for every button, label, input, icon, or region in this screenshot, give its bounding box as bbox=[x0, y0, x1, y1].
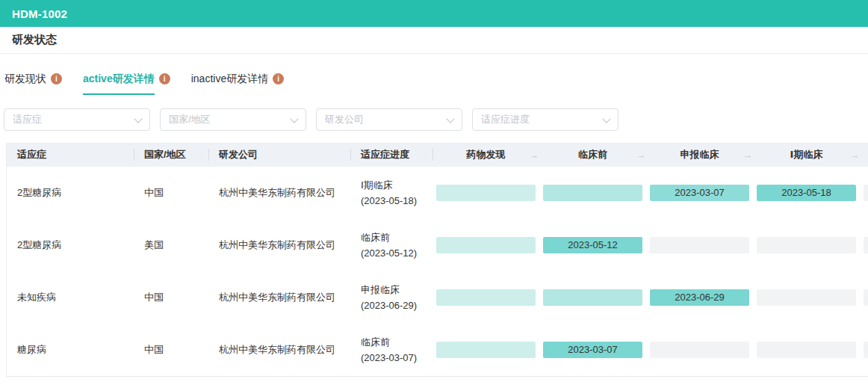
stage-cell-1: 2023-05-12 bbox=[539, 237, 646, 253]
stage-cell-next bbox=[860, 289, 868, 306]
info-icon[interactable]: i bbox=[159, 73, 170, 84]
progress-date: (2023-05-18) bbox=[361, 193, 433, 209]
column-header-label: 适应症 bbox=[17, 148, 46, 161]
stage-column-header-0: 药物发现→ bbox=[433, 143, 539, 167]
chevron-down-icon bbox=[134, 114, 142, 123]
stage-bar bbox=[757, 289, 856, 306]
stage-bar bbox=[436, 289, 536, 306]
page-title: HDM-1002 bbox=[12, 7, 67, 20]
tab-status[interactable]: 研发现状i bbox=[4, 73, 62, 95]
cell-country: 中国 bbox=[134, 186, 208, 200]
stage-bar bbox=[543, 289, 642, 306]
info-icon[interactable]: i bbox=[273, 73, 284, 84]
table-row: 未知疾病中国杭州中美华东制药有限公司申报临床(2023-06-29)2023-0… bbox=[7, 271, 868, 324]
cell-indication: 糖尿病 bbox=[7, 343, 134, 357]
filter-progress[interactable]: 适应症进度 bbox=[472, 108, 619, 131]
stage-cell-0 bbox=[433, 185, 539, 201]
progress-stage: 临床前 bbox=[361, 229, 433, 245]
tab-label: inactive研发详情 bbox=[191, 73, 268, 95]
window-titlebar: HDM-1002 bbox=[0, 0, 868, 27]
filter-placeholder: 国家/地区 bbox=[169, 113, 211, 126]
cell-indication: 2型糖尿病 bbox=[7, 238, 134, 252]
cell-company: 杭州中美华东制药有限公司 bbox=[208, 343, 350, 357]
stage-cell-2 bbox=[646, 237, 753, 253]
table-body: 2型糖尿病中国杭州中美华东制药有限公司Ⅰ期临床(2023-05-18)2023-… bbox=[7, 167, 868, 376]
info-icon[interactable]: i bbox=[51, 73, 62, 84]
stage-cell-1 bbox=[539, 185, 646, 201]
stage-cell-next bbox=[860, 342, 868, 358]
chevron-down-icon bbox=[290, 114, 298, 123]
stage-cell-next bbox=[860, 237, 868, 253]
stage-cell-3: 2023-05-18 bbox=[753, 185, 860, 201]
progress-date: (2023-06-29) bbox=[361, 298, 433, 313]
stage-bar: 2023-05-18 bbox=[757, 185, 856, 201]
stage-cell-1: 2023-03-07 bbox=[539, 342, 646, 358]
tab-active-detail[interactable]: active研发详情i bbox=[83, 73, 170, 95]
cell-indication: 2型糖尿病 bbox=[7, 186, 134, 200]
stage-bar: 2023-03-07 bbox=[650, 185, 749, 201]
stage-bar: 2023-05-12 bbox=[543, 237, 642, 253]
filter-placeholder: 研发公司 bbox=[325, 113, 364, 126]
stage-cell-3 bbox=[753, 342, 860, 358]
cell-country: 中国 bbox=[134, 343, 208, 357]
column-header-2: 研发公司 bbox=[208, 143, 350, 167]
progress-stage: 申报临床 bbox=[361, 282, 433, 298]
section-header: 研发状态 bbox=[0, 27, 868, 54]
stage-bar: 2023-06-29 bbox=[650, 289, 749, 306]
stage-bar bbox=[650, 237, 749, 253]
filter-company[interactable]: 研发公司 bbox=[316, 108, 462, 131]
stage-header-label: Ⅰ期临床 bbox=[790, 148, 823, 161]
arrow-right-icon: → bbox=[743, 150, 752, 161]
stage-cell-0 bbox=[433, 342, 539, 358]
arrow-right-icon: → bbox=[636, 150, 645, 161]
column-header-label: 适应症进度 bbox=[361, 148, 409, 161]
cell-company: 杭州中美华东制药有限公司 bbox=[208, 238, 350, 252]
stage-cell-3 bbox=[753, 289, 860, 306]
table-row: 2型糖尿病美国杭州中美华东制药有限公司临床前(2023-05-12)2023-0… bbox=[7, 219, 868, 271]
tab-inactive-detail[interactable]: inactive研发详情i bbox=[191, 73, 284, 95]
stage-header-label: 临床前 bbox=[578, 148, 607, 161]
development-status-table: 适应症国家/地区研发公司适应症进度药物发现→临床前→申报临床→Ⅰ期临床→ 2型糖… bbox=[6, 143, 868, 377]
stage-header-label: 药物发现 bbox=[467, 148, 506, 161]
stage-bar bbox=[864, 237, 868, 253]
filter-country[interactable]: 国家/地区 bbox=[160, 108, 306, 131]
cell-company: 杭州中美华东制药有限公司 bbox=[208, 291, 350, 304]
progress-date: (2023-05-12) bbox=[361, 245, 433, 261]
stage-cell-0 bbox=[433, 289, 539, 306]
column-header-label: 国家/地区 bbox=[144, 148, 186, 161]
section-title: 研发状态 bbox=[12, 33, 57, 47]
stage-bar bbox=[543, 185, 642, 201]
arrow-right-icon: → bbox=[529, 150, 539, 161]
column-header-label: 研发公司 bbox=[219, 148, 258, 161]
stage-cell-next bbox=[860, 185, 868, 201]
stage-bar: 2023-03-07 bbox=[543, 342, 642, 358]
stage-cell-2: 2023-06-29 bbox=[646, 289, 753, 306]
cell-indication: 未知疾病 bbox=[7, 291, 134, 304]
tab-label: active研发详情 bbox=[83, 73, 155, 95]
stage-cell-0 bbox=[433, 237, 539, 253]
cell-progress: Ⅰ期临床(2023-05-18) bbox=[350, 177, 433, 209]
column-header-1: 国家/地区 bbox=[134, 143, 208, 167]
cell-progress: 临床前(2023-05-12) bbox=[350, 229, 433, 261]
progress-stage: Ⅰ期临床 bbox=[361, 177, 433, 193]
stage-bar bbox=[650, 342, 749, 358]
stage-bar bbox=[436, 237, 536, 253]
stage-bar bbox=[864, 185, 868, 201]
chevron-down-icon bbox=[446, 114, 454, 123]
stage-cell-2: 2023-03-07 bbox=[646, 185, 753, 201]
cell-progress: 临床前(2023-03-07) bbox=[350, 334, 433, 366]
stage-bar bbox=[436, 342, 536, 358]
table-row: 2型糖尿病中国杭州中美华东制药有限公司Ⅰ期临床(2023-05-18)2023-… bbox=[7, 167, 868, 219]
stage-bar bbox=[757, 237, 856, 253]
stage-column-header-next bbox=[860, 143, 868, 167]
tab-bar: 研发现状iactive研发详情iinactive研发详情i bbox=[4, 73, 868, 95]
cell-country: 中国 bbox=[134, 291, 208, 304]
table-header-row: 适应症国家/地区研发公司适应症进度药物发现→临床前→申报临床→Ⅰ期临床→ bbox=[7, 143, 868, 167]
stage-column-header-2: 申报临床→ bbox=[646, 143, 753, 167]
stage-bar bbox=[436, 185, 536, 201]
stage-cell-1 bbox=[539, 289, 646, 306]
stage-column-header-3: Ⅰ期临床→ bbox=[753, 143, 860, 167]
cell-progress: 申报临床(2023-06-29) bbox=[350, 282, 433, 313]
progress-date: (2023-03-07) bbox=[361, 350, 433, 366]
filter-indication[interactable]: 适应症 bbox=[4, 108, 150, 131]
